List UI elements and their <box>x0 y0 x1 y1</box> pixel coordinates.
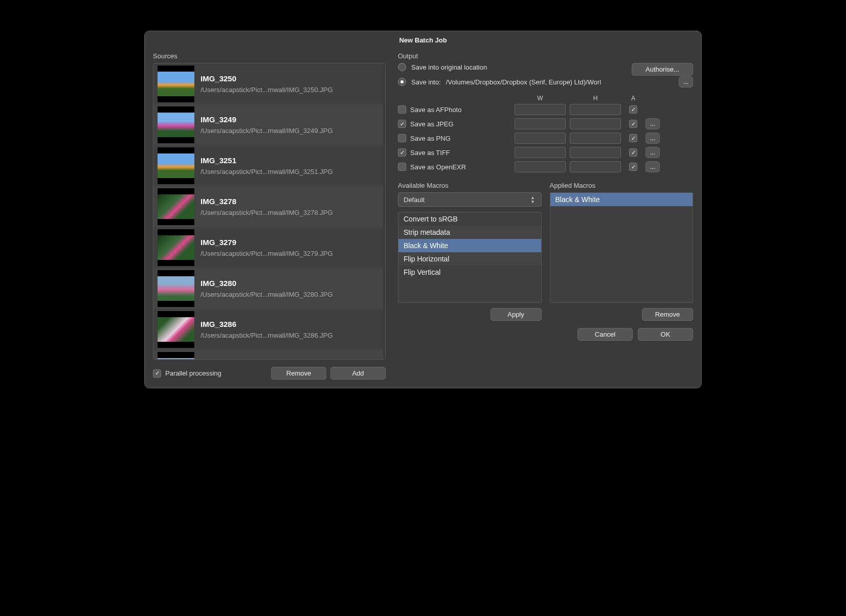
format-options-button[interactable]: ... <box>645 147 660 158</box>
available-macros-list[interactable]: Convert to sRGBStrip metadataBlack & Whi… <box>398 212 542 303</box>
authorise-button[interactable]: Authorise... <box>632 63 693 76</box>
remove-macro-button[interactable]: Remove <box>642 308 693 321</box>
source-item[interactable]: IMG_3279/Users/acapstick/Pict...rnwall/I… <box>153 227 383 268</box>
thumbnail <box>158 270 194 307</box>
source-name: IMG_3286 <box>201 320 379 328</box>
cancel-button[interactable]: Cancel <box>577 328 633 341</box>
thumbnail <box>158 188 194 225</box>
source-item[interactable]: IMG_3249/Users/acapstick/Pict...rnwall/I… <box>153 104 383 145</box>
thumbnail <box>158 147 194 184</box>
source-item[interactable]: IMG_3251/Users/acapstick/Pict...rnwall/I… <box>153 145 383 186</box>
format-checkbox[interactable]: ✓Save as TIFF <box>398 148 510 157</box>
save-into-radio[interactable]: Save into: /Volumes/Dropbox/Dropbox (Ser… <box>398 76 693 87</box>
macro-item[interactable]: Black & White <box>398 239 541 252</box>
source-item[interactable]: IMG_3280/Users/acapstick/Pict...rnwall/I… <box>153 268 383 309</box>
source-name: IMG_3249 <box>201 115 379 124</box>
format-row: ✓Save as TIFF✓... <box>398 147 693 158</box>
thumbnail <box>158 65 194 102</box>
applied-macros-list[interactable]: Black & White <box>550 192 694 303</box>
format-row: ✓Save as JPEG✓... <box>398 118 693 129</box>
remove-source-button[interactable]: Remove <box>271 367 326 380</box>
radio-icon <box>398 63 406 71</box>
source-path: /Users/acapstick/Pict...rnwall/IMG_3249.… <box>201 127 379 135</box>
browse-path-button[interactable]: ... <box>679 76 693 87</box>
aspect-checkbox[interactable]: ✓ <box>629 105 637 114</box>
height-input[interactable] <box>570 104 621 115</box>
source-path: /Users/acapstick/Pict...rnwall/IMG_3251.… <box>201 168 379 175</box>
aspect-checkbox[interactable]: ✓ <box>629 148 637 157</box>
format-label: Save as TIFF <box>410 149 450 157</box>
height-input[interactable] <box>570 161 621 172</box>
ok-button[interactable]: OK <box>638 328 693 341</box>
source-name: IMG_3250 <box>201 74 379 83</box>
checkbox-box: ✓ <box>398 148 406 157</box>
apply-macro-button[interactable]: Apply <box>491 308 542 321</box>
format-label: Save as JPEG <box>410 120 454 128</box>
sources-list[interactable]: IMG_3250/Users/acapstick/Pict...rnwall/I… <box>153 63 386 360</box>
output-label: Output <box>398 52 693 60</box>
sources-label: Sources <box>153 52 386 60</box>
available-macros-label: Available Macros <box>398 182 542 189</box>
thumbnail <box>158 106 194 143</box>
format-checkbox[interactable]: ✓Save as JPEG <box>398 120 510 128</box>
aspect-checkbox[interactable]: ✓ <box>629 163 637 171</box>
add-source-button[interactable]: Add <box>330 367 386 380</box>
source-item[interactable]: IMG_3286/Users/acapstick/Pict...rnwall/I… <box>153 309 383 350</box>
window-title: New Batch Job <box>145 31 701 48</box>
width-input[interactable] <box>515 133 566 144</box>
thumbnail <box>158 311 194 348</box>
aspect-checkbox[interactable]: ✓ <box>629 120 637 128</box>
batch-job-dialog: New Batch Job Sources IMG_3250/Users/aca… <box>144 31 702 388</box>
save-into-path[interactable]: /Volumes/Dropbox/Dropbox (Serif, Europe)… <box>446 78 674 86</box>
format-label: Save as OpenEXR <box>410 163 466 171</box>
format-options-button[interactable]: ... <box>645 133 660 144</box>
format-checkbox[interactable]: Save as OpenEXR <box>398 163 510 171</box>
formats-list: Save as AFPhoto✓✓Save as JPEG✓...Save as… <box>398 104 693 172</box>
format-options-button[interactable]: ... <box>645 161 660 172</box>
width-input[interactable] <box>515 147 566 158</box>
format-checkbox[interactable]: Save as AFPhoto <box>398 105 510 114</box>
format-checkbox[interactable]: Save as PNG <box>398 134 510 142</box>
source-path: /Users/acapstick/Pict...rnwall/IMG_3279.… <box>201 250 379 257</box>
applied-macros-label: Applied Macros <box>550 182 694 189</box>
format-options-button[interactable]: ... <box>645 118 660 129</box>
parallel-processing-checkbox[interactable]: ✓ Parallel processing <box>153 369 221 378</box>
source-name: IMG_3280 <box>201 279 379 288</box>
source-name: IMG_3251 <box>201 156 379 165</box>
save-original-radio[interactable]: Save into original location <box>398 63 626 71</box>
source-path: /Users/acapstick/Pict...rnwall/IMG_3280.… <box>201 291 379 298</box>
aspect-checkbox[interactable]: ✓ <box>629 134 637 142</box>
source-item[interactable]: IMG_3278/Users/acapstick/Pict...rnwall/I… <box>153 186 383 227</box>
checkbox-box <box>398 134 406 142</box>
source-path: /Users/acapstick/Pict...rnwall/IMG_3278.… <box>201 209 379 216</box>
radio-icon <box>398 78 406 86</box>
macro-item[interactable]: Black & White <box>550 193 693 206</box>
source-name: IMG_3279 <box>201 238 379 247</box>
thumbnail <box>158 352 194 360</box>
macro-item[interactable]: Strip metadata <box>398 226 541 239</box>
width-input[interactable] <box>515 118 566 129</box>
checkbox-box <box>398 163 406 171</box>
format-row: Save as PNG✓... <box>398 133 693 144</box>
format-label: Save as PNG <box>410 135 451 142</box>
macro-library-select[interactable]: Default ▲▼ <box>398 192 542 207</box>
checkbox-box: ✓ <box>153 369 161 378</box>
source-item[interactable]: IMG_3284 <box>153 350 383 360</box>
height-input[interactable] <box>570 118 621 129</box>
macro-item[interactable]: Flip Vertical <box>398 266 541 279</box>
checkbox-box <box>398 105 406 114</box>
macro-item[interactable]: Flip Horizontal <box>398 252 541 266</box>
format-row: Save as AFPhoto✓ <box>398 104 693 115</box>
source-name: IMG_3278 <box>201 197 379 206</box>
width-input[interactable] <box>515 161 566 172</box>
stepper-icon: ▲▼ <box>531 196 538 204</box>
height-input[interactable] <box>570 133 621 144</box>
source-path: /Users/acapstick/Pict...rnwall/IMG_3286.… <box>201 332 379 339</box>
width-input[interactable] <box>515 104 566 115</box>
source-item[interactable]: IMG_3250/Users/acapstick/Pict...rnwall/I… <box>153 63 383 104</box>
height-input[interactable] <box>570 147 621 158</box>
format-label: Save as AFPhoto <box>410 106 461 114</box>
macro-item[interactable]: Convert to sRGB <box>398 212 541 226</box>
formats-header: W H A <box>398 95 693 102</box>
format-row: Save as OpenEXR✓... <box>398 161 693 172</box>
